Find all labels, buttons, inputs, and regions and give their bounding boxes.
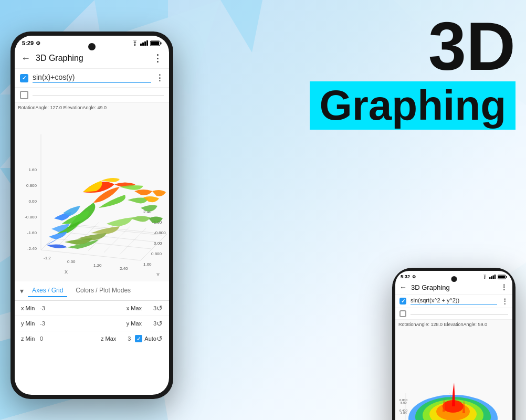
main-layout: 5:29 ⚙ [0,0,526,420]
svg-text:-0.800: -0.800 [154,230,166,235]
svg-text:0.00: 0.00 [67,259,76,264]
svg-rect-19 [161,42,162,44]
svg-point-13 [134,45,135,46]
xreset-button[interactable]: ↺ [156,304,163,312]
battery-icon-2 [498,275,507,279]
xmax-label: x Max [123,305,142,311]
title-graphing: Graphing [319,85,506,127]
title-3d: 3D [310,16,516,77]
wifi-icon-1 [131,40,139,46]
svg-line-29 [120,228,146,255]
app-bar-2: ← 3D Graphing ⋮ [395,280,512,295]
3d-graph-1: -2.40 -1.60 -0.800 0.00 0.800 1.60 -1.2 … [15,103,169,281]
signal-icon-2 [489,275,496,279]
title-graphing-bg: Graphing [310,81,516,130]
svg-rect-17 [146,40,148,46]
signal-icon-1 [140,40,149,46]
tab-colors-1[interactable]: Colors / Plot Modes [71,285,135,297]
formula-more-1[interactable]: ⋮ [155,73,164,83]
svg-rect-20 [151,41,159,45]
settings-zrow: z Min 0 z Max 3 Auto ↺ [15,331,169,346]
ymax-label: y Max [123,320,142,327]
rotation-label-2: RotationAngle: 128.0 ElevationAngle: 59.… [398,322,487,327]
xmax-value[interactable]: 3 [142,305,156,311]
ymin-label: y Min [21,320,40,327]
formula-row-3: sin(sqrt(x^2 + y^2)) ⋮ [395,295,512,308]
svg-text:1.20: 1.20 [93,263,102,268]
more-button-2[interactable]: ⋮ [500,283,508,291]
more-button-1[interactable]: ⋮ [153,52,163,64]
back-button-1[interactable]: ← [21,53,30,64]
zmax-label: z Max [97,335,116,342]
wifi-icon-2 [482,275,488,279]
svg-text:-2.40: -2.40 [27,246,37,251]
formula-text-4[interactable] [411,313,508,314]
svg-text:-0.800: -0.800 [25,215,37,219]
auto-checkbox[interactable] [135,335,142,342]
ymax-value[interactable]: 3 [142,320,156,327]
xmin-label: x Min [21,305,40,311]
tab-axes-1[interactable]: Axes / Grid [28,285,67,297]
camera-punch-1 [88,43,96,50]
svg-text:-1.2: -1.2 [44,256,51,260]
phone-screen-2: 5:32 ⚙ [395,271,512,420]
svg-text:-1.60: -1.60 [27,230,37,235]
app-title-1: 3D Graphing [36,54,153,63]
svg-point-52 [485,278,486,279]
checkbox-1[interactable] [20,74,28,82]
formula-row-1: sin(x)+cos(y) ⋮ [15,69,169,88]
formula-text-2[interactable] [33,94,164,96]
formula-row-2 [15,88,169,103]
svg-text:0.800: 0.800 [399,398,408,402]
back-button-2[interactable]: ← [399,283,407,291]
ymin-value[interactable]: -3 [40,320,55,327]
svg-text:1.60: 1.60 [143,262,152,267]
svg-rect-59 [498,275,505,278]
zmax-value[interactable]: 3 [116,335,131,342]
settings-xrow: x Min -3 x Max 3 ↺ [15,301,169,316]
svg-rect-58 [506,276,507,277]
auto-label: Auto [144,335,156,342]
gear-icon-1: ⚙ [36,40,40,46]
svg-line-21 [41,250,141,260]
svg-text:2.40: 2.40 [120,266,128,271]
svg-rect-14 [140,44,142,46]
battery-icon-1 [150,40,162,46]
rotation-label-1: RotationAngle: 127.0 ElevationAngle: 49.… [18,105,107,110]
checkbox-3[interactable] [399,298,406,304]
svg-text:0.00: 0.00 [154,241,162,246]
svg-rect-55 [493,276,494,279]
checkbox-2[interactable] [20,91,28,99]
title-section: 3D Graphing [310,16,516,130]
3d-graph-2: -8.00 -4.00 0.00 4.00 8.00 -8.00 0.00 8.… [395,320,512,420]
phone-mockup-1: 5:29 ⚙ [10,32,173,399]
svg-rect-16 [144,41,146,46]
phone-mockup-2: 5:32 ⚙ [392,268,516,420]
graph-area-2: RotationAngle: 128.0 ElevationAngle: 59.… [395,320,512,420]
time-1: 5:29 [22,40,34,46]
svg-rect-56 [495,275,496,279]
graph-area-1: RotationAngle: 127.0 ElevationAngle: 49.… [15,103,169,281]
tab-chevron-1[interactable]: ▾ [20,287,24,295]
zmin-value[interactable]: 0 [40,335,55,342]
yreset-button[interactable]: ↺ [156,319,163,328]
bottom-tabs-1: ▾ Axes / Grid Colors / Plot Modes [15,281,169,301]
formula-row-4 [395,308,512,320]
svg-text:1.60: 1.60 [28,167,37,172]
svg-line-23 [141,234,167,260]
camera-punch-2 [451,276,457,282]
formula-more-3[interactable]: ⋮ [501,297,508,305]
svg-text:0.800: 0.800 [26,183,37,188]
xmin-value[interactable]: -3 [40,305,55,311]
zmin-label: z Min [21,335,40,342]
settings-yrow: y Min -3 y Max 3 ↺ [15,316,169,331]
svg-text:0.400: 0.400 [399,409,408,412]
formula-text-1[interactable]: sin(x)+cos(y) [33,73,151,83]
zreset-button[interactable]: ↺ [156,334,163,343]
svg-rect-15 [142,43,144,46]
app-bar-1: ← 3D Graphing ⋮ [15,48,169,69]
checkbox-4[interactable] [399,310,406,317]
svg-text:X: X [65,269,68,275]
formula-text-3[interactable]: sin(sqrt(x^2 + y^2)) [411,297,497,305]
svg-text:0.00: 0.00 [28,199,37,204]
